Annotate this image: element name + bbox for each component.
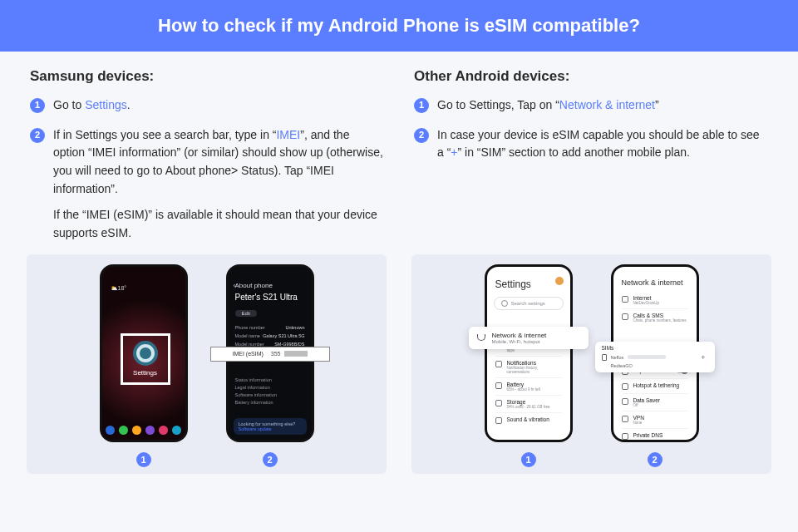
step-badge: 2 bbox=[30, 128, 45, 143]
screen-title: About phone bbox=[229, 267, 312, 293]
screen-title: Network & internet bbox=[613, 267, 697, 292]
datasaver-icon bbox=[622, 398, 628, 405]
step-text: In case your device is eSIM capable you … bbox=[437, 126, 768, 162]
imei-link[interactable]: IMEI bbox=[276, 128, 300, 141]
other-step-2: 2 In case your device is eSIM capable yo… bbox=[414, 126, 768, 162]
list-item: Storage54% used - 29.61 GB free bbox=[495, 395, 562, 412]
list-item: Private DNS bbox=[622, 428, 688, 440]
samsung-heading: Samsung devices: bbox=[30, 68, 384, 85]
phone-screenshot: Settings Search settings AppsAssistant, … bbox=[485, 264, 573, 442]
other-column: Other Android devices: 1 Go to Settings,… bbox=[414, 68, 768, 254]
shot-number: 2 bbox=[648, 452, 663, 467]
step-badge: 2 bbox=[414, 128, 429, 143]
page-header: How to check if my Android Phone is eSIM… bbox=[0, 0, 798, 52]
notifications-icon bbox=[495, 361, 502, 367]
wifi-icon bbox=[477, 334, 485, 341]
list-item: Battery65% - about 9 hr left bbox=[495, 377, 562, 395]
settings-highlight: Settings bbox=[121, 333, 170, 385]
search-bar: Search settings bbox=[494, 297, 564, 310]
settings-list-below: Airplane mode Hotspot & tethering Data S… bbox=[613, 364, 697, 440]
samsung-shot-2: ‹ About phone Peter's S21 Ultra Edit Pho… bbox=[226, 264, 314, 467]
other-shot-1: Settings Search settings AppsAssistant, … bbox=[485, 264, 573, 467]
imei-value: 355 bbox=[271, 351, 281, 357]
suggestion-box: Looking for something else? Software upd… bbox=[234, 418, 307, 435]
settings-label: Settings bbox=[133, 369, 157, 377]
info-row: Phone numberUnknown bbox=[235, 323, 305, 332]
step-text: Go to Settings, Tap on “Network & intern… bbox=[437, 96, 768, 115]
step-badge: 1 bbox=[30, 98, 45, 113]
edit-button: Edit bbox=[235, 310, 257, 317]
other-step-1: 1 Go to Settings, Tap on “Network & inte… bbox=[414, 96, 768, 115]
dock-icons bbox=[102, 426, 185, 435]
plus-link[interactable]: + bbox=[451, 145, 457, 159]
samsung-shots-group: ⛅18° Settings 1 ‹ About phone Peter's S2… bbox=[33, 264, 380, 467]
vpn-icon bbox=[622, 416, 628, 422]
sim-row: RedteaGO bbox=[602, 362, 708, 369]
step-badge: 1 bbox=[414, 98, 429, 113]
other-shot-2: Network & internet InternetNetDevGrowUp … bbox=[611, 264, 699, 467]
internet-icon bbox=[622, 296, 628, 303]
account-avatar-icon bbox=[555, 277, 564, 285]
device-name: Peter's S21 Ultra bbox=[229, 293, 312, 303]
screenshots-row: ⛅18° Settings 1 ‹ About phone Peter's S2… bbox=[27, 254, 771, 474]
settings-list: InternetNetDevGrowUp Calls & SMSChats, p… bbox=[613, 292, 697, 326]
phone-screenshot: ⛅18° Settings bbox=[100, 264, 188, 442]
settings-link[interactable]: Settings bbox=[85, 98, 127, 111]
list-item: Data SaverOff bbox=[622, 393, 688, 411]
samsung-step-2: 2 If in Settings you see a search bar, t… bbox=[30, 126, 384, 243]
samsung-shots-panel: ⛅18° Settings 1 ‹ About phone Peter's S2… bbox=[27, 254, 387, 474]
back-icon: ‹ bbox=[234, 282, 236, 289]
storage-icon bbox=[495, 400, 502, 406]
hotspot-icon bbox=[622, 383, 628, 390]
sims-card: SIMs Neffos+ RedteaGO bbox=[595, 342, 715, 372]
shot-number: 2 bbox=[263, 452, 278, 467]
list-item: NotificationsNotification history, conve… bbox=[495, 356, 562, 377]
list-item: Hotspot & tethering bbox=[622, 378, 688, 393]
network-internet-card: Network & internetMobile, Wi-Fi, hotspot bbox=[469, 327, 589, 349]
dns-icon bbox=[622, 433, 628, 440]
samsung-shot-1: ⛅18° Settings 1 bbox=[100, 264, 188, 467]
other-heading: Other Android devices: bbox=[414, 68, 768, 85]
plus-icon: + bbox=[698, 353, 707, 362]
list-item: Sound & vibration bbox=[495, 412, 562, 427]
phone-screenshot: ‹ About phone Peter's S21 Ultra Edit Pho… bbox=[226, 264, 314, 442]
imei-mask bbox=[284, 351, 308, 357]
network-internet-link[interactable]: Network & internet bbox=[559, 98, 655, 111]
columns: Samsung devices: 1 Go to Settings. 2 If … bbox=[0, 52, 798, 254]
page-title: How to check if my Android Phone is eSIM… bbox=[158, 15, 640, 36]
other-shots-panel: Settings Search settings AppsAssistant, … bbox=[411, 254, 771, 474]
step-text: Go to Settings. bbox=[53, 96, 384, 115]
gear-icon bbox=[133, 341, 158, 366]
list-item: Calls & SMSChats, phone numbers, feature… bbox=[622, 308, 688, 326]
imei-highlight: IMEI (eSIM) 355 bbox=[210, 347, 330, 362]
step-paragraph: If the “IMEI (eSIM)” is available it sho… bbox=[53, 206, 384, 242]
samsung-column: Samsung devices: 1 Go to Settings. 2 If … bbox=[30, 68, 384, 254]
masked-text bbox=[628, 355, 666, 359]
samsung-step-1: 1 Go to Settings. bbox=[30, 96, 384, 115]
list-item: VPNNone bbox=[622, 411, 688, 428]
sim-row: Neffos+ bbox=[602, 352, 708, 362]
sims-header: SIMs bbox=[602, 345, 708, 351]
shot-number: 1 bbox=[136, 452, 151, 467]
imei-label: IMEI (eSIM) bbox=[233, 351, 264, 357]
phone-screenshot: Network & internet InternetNetDevGrowUp … bbox=[611, 264, 699, 442]
step-text: If in Settings you see a search bar, typ… bbox=[53, 126, 384, 243]
weather-widget: ⛅18° bbox=[111, 285, 127, 292]
other-shots-group: Settings Search settings AppsAssistant, … bbox=[418, 264, 765, 467]
sim-icon bbox=[602, 354, 607, 361]
more-info: Status information Legal information Sof… bbox=[235, 377, 305, 406]
sound-icon bbox=[495, 417, 502, 424]
calls-icon bbox=[622, 313, 628, 320]
list-item: InternetNetDevGrowUp bbox=[622, 292, 688, 308]
shot-number: 1 bbox=[521, 452, 536, 467]
info-row: Model nameGalaxy S21 Ultra 5G bbox=[235, 332, 305, 340]
battery-icon bbox=[495, 382, 502, 389]
